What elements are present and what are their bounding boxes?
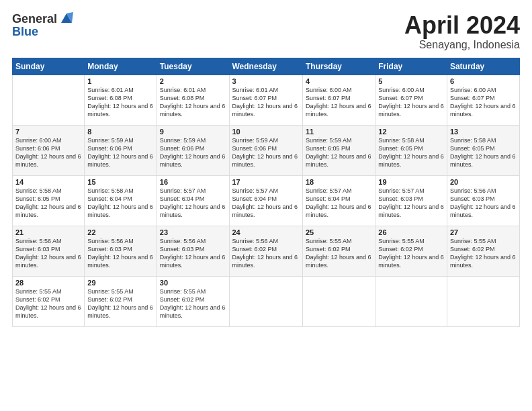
day-info: Sunrise: 5:57 AMSunset: 6:04 PMDaylight:… (160, 187, 226, 220)
logo-text: General Blue (12, 12, 75, 38)
table-row: 7Sunrise: 6:00 AMSunset: 6:06 PMDaylight… (13, 125, 85, 175)
day-info: Sunrise: 5:59 AMSunset: 6:06 PMDaylight:… (232, 136, 300, 169)
table-row (229, 276, 302, 326)
header-friday: Friday (375, 58, 447, 75)
day-info: Sunrise: 5:58 AMSunset: 6:05 PMDaylight:… (378, 136, 444, 169)
table-row: 3Sunrise: 6:01 AMSunset: 6:07 PMDaylight… (229, 75, 302, 125)
day-number: 17 (232, 178, 300, 186)
day-number: 11 (306, 128, 372, 136)
header-tuesday: Tuesday (157, 58, 229, 75)
day-number: 28 (15, 279, 81, 287)
table-row: 21Sunrise: 5:56 AMSunset: 6:03 PMDayligh… (13, 226, 85, 276)
day-number: 26 (378, 228, 444, 236)
table-row: 30Sunrise: 5:55 AMSunset: 6:02 PMDayligh… (157, 276, 229, 326)
day-number: 19 (378, 178, 444, 186)
table-row: 22Sunrise: 5:56 AMSunset: 6:03 PMDayligh… (85, 226, 157, 276)
day-info: Sunrise: 5:55 AMSunset: 6:02 PMDaylight:… (450, 237, 517, 270)
table-row: 8Sunrise: 5:59 AMSunset: 6:06 PMDaylight… (85, 125, 157, 175)
day-number: 12 (378, 128, 444, 136)
table-row: 9Sunrise: 5:59 AMSunset: 6:06 PMDaylight… (157, 125, 229, 175)
table-row: 28Sunrise: 5:55 AMSunset: 6:02 PMDayligh… (13, 276, 85, 326)
day-info: Sunrise: 6:00 AMSunset: 6:06 PMDaylight:… (15, 136, 81, 169)
day-info: Sunrise: 5:59 AMSunset: 6:06 PMDaylight:… (160, 136, 226, 169)
day-info: Sunrise: 5:55 AMSunset: 6:02 PMDaylight:… (87, 287, 153, 320)
day-number: 5 (378, 77, 444, 85)
location-subtitle: Senayang, Indonesia (404, 39, 520, 51)
table-row: 13Sunrise: 5:58 AMSunset: 6:05 PMDayligh… (447, 125, 519, 175)
day-number: 18 (306, 178, 372, 186)
day-info: Sunrise: 5:58 AMSunset: 6:05 PMDaylight:… (450, 136, 517, 169)
table-row: 23Sunrise: 5:56 AMSunset: 6:03 PMDayligh… (157, 226, 229, 276)
table-row: 15Sunrise: 5:58 AMSunset: 6:04 PMDayligh… (85, 175, 157, 226)
day-number: 22 (87, 228, 153, 236)
weekday-header-row: Sunday Monday Tuesday Wednesday Thursday… (13, 58, 520, 75)
calendar-row: 1Sunrise: 6:01 AMSunset: 6:08 PMDaylight… (13, 75, 520, 125)
table-row: 11Sunrise: 5:59 AMSunset: 6:05 PMDayligh… (302, 125, 375, 175)
day-info: Sunrise: 6:01 AMSunset: 6:08 PMDaylight:… (87, 86, 153, 119)
calendar-row: 21Sunrise: 5:56 AMSunset: 6:03 PMDayligh… (13, 226, 520, 276)
day-info: Sunrise: 5:57 AMSunset: 6:04 PMDaylight:… (232, 187, 300, 220)
day-info: Sunrise: 5:58 AMSunset: 6:04 PMDaylight:… (87, 187, 153, 220)
day-info: Sunrise: 5:56 AMSunset: 6:02 PMDaylight:… (232, 237, 300, 270)
month-title: April 2024 (404, 12, 520, 39)
header-area: General Blue April 2024 Senayang, Indone… (12, 12, 520, 51)
table-row: 20Sunrise: 5:56 AMSunset: 6:03 PMDayligh… (447, 175, 519, 226)
day-number: 6 (450, 77, 517, 85)
day-number: 30 (160, 279, 226, 287)
day-info: Sunrise: 6:01 AMSunset: 6:08 PMDaylight:… (160, 86, 226, 119)
day-info: Sunrise: 5:59 AMSunset: 6:06 PMDaylight:… (87, 136, 153, 169)
day-info: Sunrise: 6:00 AMSunset: 6:07 PMDaylight:… (306, 86, 372, 119)
table-row (13, 75, 85, 125)
table-row: 26Sunrise: 5:55 AMSunset: 6:02 PMDayligh… (375, 226, 447, 276)
table-row: 18Sunrise: 5:57 AMSunset: 6:04 PMDayligh… (302, 175, 375, 226)
day-number: 24 (232, 228, 300, 236)
day-number: 1 (87, 77, 153, 85)
day-info: Sunrise: 5:57 AMSunset: 6:04 PMDaylight:… (306, 187, 372, 220)
day-info: Sunrise: 6:01 AMSunset: 6:07 PMDaylight:… (232, 86, 300, 119)
table-row: 16Sunrise: 5:57 AMSunset: 6:04 PMDayligh… (157, 175, 229, 226)
day-info: Sunrise: 5:55 AMSunset: 6:02 PMDaylight:… (15, 287, 81, 320)
table-row: 2Sunrise: 6:01 AMSunset: 6:08 PMDaylight… (157, 75, 229, 125)
day-number: 27 (450, 228, 517, 236)
day-info: Sunrise: 6:00 AMSunset: 6:07 PMDaylight:… (450, 86, 517, 119)
header-saturday: Saturday (447, 58, 519, 75)
header-sunday: Sunday (13, 58, 85, 75)
day-info: Sunrise: 5:56 AMSunset: 6:03 PMDaylight:… (15, 237, 81, 270)
day-info: Sunrise: 5:55 AMSunset: 6:02 PMDaylight:… (378, 237, 444, 270)
day-number: 29 (87, 279, 153, 287)
day-info: Sunrise: 5:59 AMSunset: 6:05 PMDaylight:… (306, 136, 372, 169)
day-number: 23 (160, 228, 226, 236)
logo-general: General (12, 13, 57, 25)
header-wednesday: Wednesday (229, 58, 302, 75)
day-info: Sunrise: 5:55 AMSunset: 6:02 PMDaylight:… (306, 237, 372, 270)
day-info: Sunrise: 5:56 AMSunset: 6:03 PMDaylight:… (450, 187, 517, 220)
day-info: Sunrise: 5:57 AMSunset: 6:03 PMDaylight:… (378, 187, 444, 220)
day-info: Sunrise: 5:58 AMSunset: 6:05 PMDaylight:… (15, 187, 81, 220)
page: General Blue April 2024 Senayang, Indone… (0, 0, 532, 335)
day-number: 16 (160, 178, 226, 186)
day-number: 9 (160, 128, 226, 136)
table-row: 19Sunrise: 5:57 AMSunset: 6:03 PMDayligh… (375, 175, 447, 226)
table-row: 24Sunrise: 5:56 AMSunset: 6:02 PMDayligh… (229, 226, 302, 276)
logo-blue: Blue (12, 26, 75, 38)
logo-icon (58, 9, 75, 26)
table-row: 12Sunrise: 5:58 AMSunset: 6:05 PMDayligh… (375, 125, 447, 175)
day-info: Sunrise: 6:00 AMSunset: 6:07 PMDaylight:… (378, 86, 444, 119)
logo: General Blue (12, 12, 75, 38)
table-row: 10Sunrise: 5:59 AMSunset: 6:06 PMDayligh… (229, 125, 302, 175)
day-info: Sunrise: 5:55 AMSunset: 6:02 PMDaylight:… (160, 287, 226, 320)
table-row: 1Sunrise: 6:01 AMSunset: 6:08 PMDaylight… (85, 75, 157, 125)
day-number: 14 (15, 178, 81, 186)
table-row (447, 276, 519, 326)
day-number: 15 (87, 178, 153, 186)
calendar-row: 7Sunrise: 6:00 AMSunset: 6:06 PMDaylight… (13, 125, 520, 175)
table-row: 17Sunrise: 5:57 AMSunset: 6:04 PMDayligh… (229, 175, 302, 226)
day-number: 13 (450, 128, 517, 136)
calendar-row: 14Sunrise: 5:58 AMSunset: 6:05 PMDayligh… (13, 175, 520, 226)
day-number: 25 (306, 228, 372, 236)
day-number: 10 (232, 128, 300, 136)
day-number: 7 (15, 128, 81, 136)
day-info: Sunrise: 5:56 AMSunset: 6:03 PMDaylight:… (160, 237, 226, 270)
table-row (375, 276, 447, 326)
day-number: 2 (160, 77, 226, 85)
